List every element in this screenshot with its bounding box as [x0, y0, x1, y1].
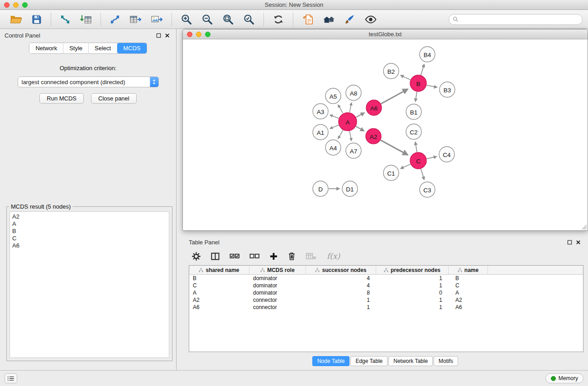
- close-panel-button[interactable]: [163, 32, 172, 39]
- close-table-panel-button[interactable]: [574, 239, 583, 246]
- fx-function-button[interactable]: f(x): [327, 252, 340, 261]
- edge-A-A5[interactable]: [338, 105, 343, 114]
- edge-C-C1[interactable]: [401, 164, 411, 169]
- column-header-successor-nodes[interactable]: successor nodes: [306, 266, 376, 274]
- tab-select[interactable]: Select: [89, 43, 117, 53]
- mcds-result-item[interactable]: A6: [12, 242, 167, 249]
- settings-button[interactable]: [191, 251, 202, 262]
- tab-motifs[interactable]: Motifs: [434, 356, 458, 366]
- memory-button[interactable]: Memory: [545, 373, 583, 383]
- column-header-name[interactable]: name: [449, 266, 488, 274]
- document-button[interactable]: [299, 13, 316, 26]
- table-row[interactable]: A6connector11A6: [189, 304, 583, 311]
- node-A3[interactable]: A3: [313, 104, 328, 119]
- save-button[interactable]: [29, 13, 45, 26]
- delete-row-button[interactable]: [287, 251, 297, 262]
- resize-grip-icon[interactable]: [581, 224, 587, 230]
- node-A2[interactable]: A2: [366, 129, 381, 144]
- mcds-result-item[interactable]: A: [12, 220, 167, 228]
- edge-A2-C[interactable]: [381, 140, 408, 155]
- node-B3[interactable]: B3: [440, 82, 455, 97]
- show-panels-button[interactable]: [5, 373, 17, 383]
- home-button[interactable]: [320, 13, 338, 26]
- run-mcds-button[interactable]: Run MCDS: [39, 93, 84, 104]
- node-C1[interactable]: C1: [383, 165, 399, 181]
- edge-A-A6[interactable]: [356, 113, 365, 117]
- edge-A-A2[interactable]: [356, 126, 364, 131]
- node-D[interactable]: D: [313, 181, 328, 196]
- node-C4[interactable]: C4: [439, 147, 454, 162]
- mcds-result-item[interactable]: C: [12, 235, 167, 242]
- node-B1[interactable]: B1: [406, 104, 421, 119]
- node-B[interactable]: B: [410, 75, 426, 91]
- mcds-result-list[interactable]: A2ABCA6: [10, 211, 169, 358]
- node-A[interactable]: A: [339, 113, 357, 131]
- table-row[interactable]: A2connector11A2: [189, 296, 583, 304]
- zoom-selected-button[interactable]: [240, 12, 258, 27]
- edge-A6-B[interactable]: [381, 89, 408, 104]
- table-row[interactable]: Bdominator41B: [189, 275, 583, 282]
- tab-edge-table[interactable]: Edge Table: [350, 356, 387, 366]
- float-table-panel-button[interactable]: [565, 239, 574, 246]
- node-A5[interactable]: A5: [325, 88, 341, 104]
- edge-B-B1[interactable]: [416, 92, 417, 102]
- refresh-button[interactable]: [270, 12, 287, 27]
- table-row[interactable]: Cdominator41C: [189, 282, 583, 289]
- node-B4[interactable]: B4: [420, 47, 435, 62]
- node-A6[interactable]: A6: [366, 100, 382, 115]
- network-canvas[interactable]: B4B2BB3A5A8A6B1A3AC2A1A2A4A7C4CC1C3DD1: [183, 39, 588, 230]
- tab-style[interactable]: Style: [63, 43, 89, 53]
- clear-selection-button[interactable]: [249, 251, 261, 262]
- zoom-out-button[interactable]: [199, 12, 216, 27]
- add-row-button[interactable]: [268, 251, 279, 262]
- edge-B-B4[interactable]: [421, 64, 425, 75]
- network-view[interactable]: B4B2BB3A5A8A6B1A3AC2A1A2A4A7C4CC1C3DD1: [183, 39, 588, 230]
- mcds-result-item[interactable]: A2: [12, 213, 167, 220]
- delete-table-button[interactable]: [305, 251, 317, 262]
- select-all-button[interactable]: [229, 251, 241, 262]
- eye-button[interactable]: [362, 13, 380, 26]
- folder-open-button[interactable]: [7, 13, 25, 26]
- edge-A-A3[interactable]: [330, 115, 339, 119]
- mcds-result-item[interactable]: B: [12, 228, 167, 235]
- export-table-button[interactable]: [127, 13, 144, 26]
- search-input[interactable]: [461, 16, 578, 23]
- edge-A-A4[interactable]: [338, 130, 343, 138]
- node-A7[interactable]: A7: [346, 143, 361, 158]
- edge-A-A8[interactable]: [349, 103, 351, 113]
- zoom-in-button[interactable]: [178, 12, 195, 27]
- zoom-fit-button[interactable]: [220, 12, 237, 27]
- export-network-button[interactable]: [107, 13, 123, 26]
- edge-B-B2[interactable]: [401, 75, 411, 80]
- import-network-button[interactable]: [57, 13, 73, 26]
- column-header-predecessor-nodes[interactable]: predecessor nodes: [376, 266, 449, 274]
- search-box[interactable]: [449, 14, 583, 25]
- tab-network[interactable]: Network: [29, 43, 63, 53]
- node-C3[interactable]: C3: [420, 182, 435, 197]
- node-A8[interactable]: A8: [346, 85, 361, 100]
- tab-mcds[interactable]: MCDS: [117, 43, 146, 53]
- edge-A-A7[interactable]: [349, 131, 351, 141]
- node-C[interactable]: C: [410, 152, 426, 169]
- edge-C-C4[interactable]: [427, 157, 437, 159]
- columns-button[interactable]: [210, 251, 221, 262]
- node-B2[interactable]: B2: [383, 63, 399, 79]
- paint-button[interactable]: [342, 13, 358, 26]
- tab-node-table[interactable]: Node Table: [312, 356, 350, 366]
- node-C2[interactable]: C2: [406, 124, 421, 139]
- edge-B-B3[interactable]: [427, 85, 437, 87]
- node-D1[interactable]: D1: [342, 181, 358, 196]
- tab-network-table[interactable]: Network Table: [388, 356, 433, 366]
- edge-A-A1[interactable]: [330, 125, 339, 129]
- edge-C-C3[interactable]: [421, 169, 425, 180]
- import-table-button[interactable]: [77, 13, 95, 26]
- table-row[interactable]: Adominator80A: [189, 289, 583, 296]
- column-header-mcds-role[interactable]: MCDS role: [249, 266, 306, 274]
- edge-C-C2[interactable]: [416, 142, 417, 152]
- node-A4[interactable]: A4: [325, 140, 341, 155]
- float-panel-button[interactable]: [154, 32, 163, 39]
- export-image-button[interactable]: [148, 13, 166, 26]
- node-A1[interactable]: A1: [313, 124, 328, 140]
- close-panel-button-mcds[interactable]: Close panel: [91, 93, 137, 104]
- criterion-dropdown[interactable]: largest connected component (directed): [18, 76, 159, 87]
